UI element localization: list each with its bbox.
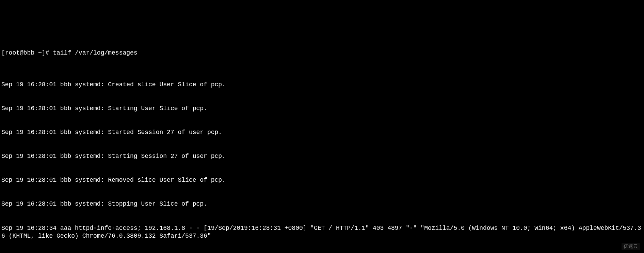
command-text: tailf /var/log/messages <box>53 49 137 56</box>
log-line: Sep 19 16:28:01 bbb systemd: Removed sli… <box>1 176 643 184</box>
log-line: Sep 19 16:28:01 bbb systemd: Created sli… <box>1 81 643 89</box>
log-line: Sep 19 16:28:01 bbb systemd: Stopping Us… <box>1 200 643 208</box>
log-line: Sep 19 16:28:01 bbb systemd: Starting Se… <box>1 152 643 160</box>
command-prompt-line: [root@bbb ~]# tailf /var/log/messages <box>1 49 643 57</box>
log-line: Sep 19 16:28:34 aaa httpd-info-access; 1… <box>1 224 643 240</box>
log-line: Sep 19 16:28:01 bbb systemd: Started Ses… <box>1 129 643 136</box>
watermark-badge: 亿速云 <box>622 243 640 250</box>
log-line: Sep 19 16:28:01 bbb systemd: Starting Us… <box>1 105 643 113</box>
terminal-output[interactable]: [root@bbb ~]# tailf /var/log/messages Se… <box>1 33 643 253</box>
shell-prompt: [root@bbb ~]# <box>1 49 53 56</box>
